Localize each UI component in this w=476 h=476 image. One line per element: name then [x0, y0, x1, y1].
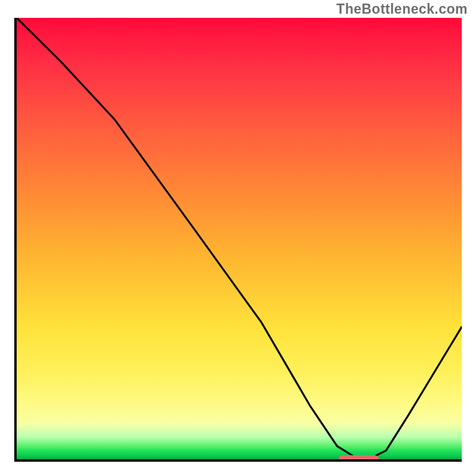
optimal-marker [339, 455, 379, 462]
chart-plot-area [14, 18, 462, 462]
bottleneck-curve [17, 18, 462, 459]
watermark-text: TheBottleneck.com [336, 1, 468, 17]
